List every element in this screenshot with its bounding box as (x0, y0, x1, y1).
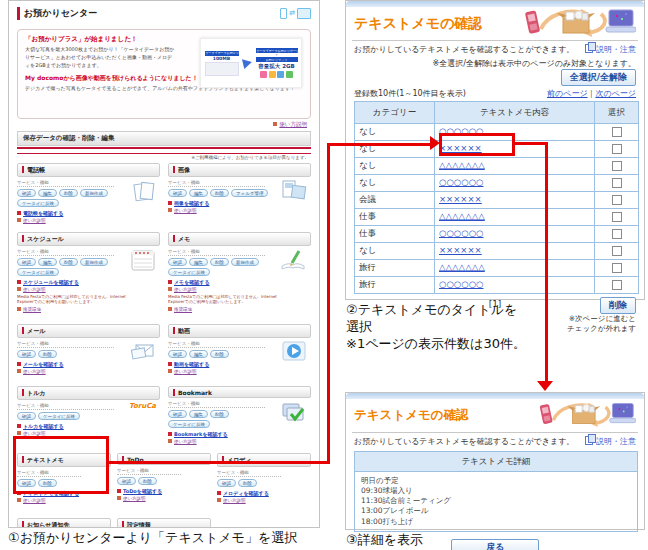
service-confirm-link[interactable]: ToDoを確認する (117, 488, 211, 494)
action-pill[interactable]: ケータイに反映 (38, 412, 80, 420)
service-title: 画像 (168, 163, 311, 177)
action-pill[interactable]: 確認 (168, 410, 187, 418)
help-notes-link[interactable]: 説明・注意 (585, 436, 636, 447)
usage-guide-link[interactable]: 使い方説明 (217, 498, 311, 503)
memo-title-link[interactable]: ○○○○○○ (439, 279, 484, 289)
row-checkbox[interactable] (612, 246, 622, 256)
action-pill[interactable]: 確認 (117, 477, 136, 485)
action-pill[interactable]: 確認 (168, 189, 187, 197)
service-confirm-link[interactable]: メモを確認する (168, 279, 311, 285)
action-pill[interactable]: 確認 (17, 412, 36, 420)
action-pill[interactable]: ケータイに反映 (168, 268, 210, 276)
service-confirm-link[interactable]: Bookmarkを確認する (168, 431, 311, 437)
action-pill[interactable]: 削除 (59, 189, 78, 197)
ie-note: Media Festaでのご利用には対応しておりません。Internet Exp… (168, 294, 280, 306)
action-pill[interactable]: 削除 (59, 258, 78, 266)
service-confirm-link[interactable]: メロディを確認する (217, 490, 311, 496)
memo-title-link[interactable]: △△△△△△△ (439, 211, 485, 221)
action-pill[interactable]: 削除 (210, 258, 229, 266)
memo-title-link[interactable]: ○○○○○○ (439, 177, 484, 187)
backup-illustration (521, 7, 636, 41)
row-checkbox[interactable] (612, 144, 622, 154)
memo-title-link[interactable]: △△△△△△△ (439, 262, 485, 272)
next-page-link[interactable]: 次のページ (595, 89, 636, 98)
usage-guide-link[interactable]: 使い方説明 (17, 369, 160, 374)
mail-icon (130, 340, 156, 364)
action-pill[interactable]: 削除 (38, 350, 57, 358)
service-box-メール: メールサービス・機能確認削除メールを確認する使い方説明 (17, 324, 160, 383)
memo-title-link[interactable]: ×××××× (439, 194, 482, 204)
action-pill[interactable]: 編集 (38, 189, 57, 197)
env-link[interactable]: 推奨環境 (17, 307, 160, 312)
row-checkbox[interactable] (612, 127, 622, 137)
action-pill[interactable]: 削除 (210, 189, 229, 197)
section-divider (17, 147, 311, 154)
action-pill[interactable]: 編集 (189, 258, 208, 266)
env-link[interactable]: 推奨環境 (168, 307, 311, 312)
usage-guide-link[interactable]: 使い方説明 (168, 287, 311, 292)
help-notes-link[interactable]: 説明・注意 (585, 44, 636, 55)
usage-guide-link[interactable]: 使い方説明 (168, 369, 311, 374)
promo-body: 大切な写真を最大3000枚までお預かり！「ケータイデータお預かりサービス」とあわ… (25, 46, 177, 69)
row-checkbox[interactable] (612, 280, 622, 290)
action-pill[interactable]: 新規作成 (80, 258, 108, 266)
action-pill[interactable]: フォルダ管理 (231, 189, 268, 197)
detail-header: テキストメモ詳細 (355, 452, 638, 472)
service-box-設定情報: 設定情報サービス・機能確認ケータイに反映 (117, 518, 211, 528)
action-pill[interactable]: 確認 (17, 350, 36, 358)
action-pill[interactable]: ケータイに反映 (17, 268, 59, 276)
usage-guide-link[interactable]: 使い方説明 (17, 218, 160, 223)
back-button[interactable]: 戻る (451, 539, 539, 550)
action-pill[interactable]: 編集 (38, 258, 57, 266)
action-pill[interactable]: 確認 (168, 350, 187, 358)
arrow-down-icon (537, 381, 553, 391)
service-actions: 確認編集削除 (168, 350, 271, 358)
delete-button[interactable]: 削除 (600, 297, 636, 314)
action-pill[interactable]: 編集 (189, 350, 208, 358)
memo-title-link[interactable]: ○○○○○○ (439, 228, 484, 238)
action-pill[interactable]: 削除 (238, 479, 257, 487)
action-pill[interactable]: 編集 (189, 189, 208, 197)
action-pill[interactable]: 削除 (138, 477, 157, 485)
action-pill[interactable]: 確認 (168, 258, 187, 266)
service-box-お知らせ通知先: お知らせ通知先サービス・機能確認編集 (17, 518, 111, 528)
row-checkbox[interactable] (612, 195, 622, 205)
action-pill[interactable]: ケータイに反映 (17, 199, 59, 207)
row-checkbox[interactable] (612, 263, 622, 273)
phonebook-icon (132, 179, 156, 207)
memo-table-row: 会議×××××× (355, 192, 639, 209)
usage-guide-link[interactable]: 使い方説明 (273, 121, 307, 127)
usage-guide-link[interactable]: 使い方説明 (117, 496, 211, 501)
service-confirm-link[interactable]: スケジュールを確認する (17, 279, 160, 285)
action-pill[interactable]: 編集 (189, 410, 208, 418)
memo-title-link[interactable]: ×××××× (439, 245, 482, 255)
action-pill[interactable]: 確認 (17, 189, 36, 197)
usage-guide-link[interactable]: 使い方説明 (17, 287, 160, 292)
row-checkbox[interactable] (612, 178, 622, 188)
prev-page-link[interactable]: 前のページ (547, 89, 588, 98)
action-pill[interactable]: 削除 (210, 350, 229, 358)
panel-description: お預かりしているテキストメモを確認することができます。 (354, 44, 574, 55)
action-pill[interactable]: 確認 (217, 479, 236, 487)
memo-select-cell (595, 209, 639, 226)
detail-line: 11:30試合前ミーティング (361, 496, 631, 506)
usage-guide-link[interactable]: 使い方説明 (17, 431, 160, 436)
row-checkbox[interactable] (612, 229, 622, 239)
row-checkbox[interactable] (612, 161, 622, 171)
memo-title-link[interactable]: △△△△△△△ (439, 160, 485, 170)
row-checkbox[interactable] (612, 212, 622, 222)
red-bullet-icon (17, 211, 21, 215)
usage-guide-link[interactable]: 使い方説明 (17, 498, 111, 503)
service-confirm-link[interactable]: 電話帳を確認する (17, 210, 160, 216)
memo-table-row: 仕事△△△△△△△ (355, 209, 639, 226)
action-pill[interactable]: 新規作成 (231, 258, 259, 266)
banner-right-header2: お預かりプラス (256, 57, 298, 62)
action-pill[interactable]: 新規作成 (80, 189, 108, 197)
usage-guide-link[interactable]: 使い方説明 (168, 208, 311, 213)
action-pill[interactable]: 削除 (210, 410, 229, 418)
select-all-button[interactable]: 全選択/全解除 (561, 69, 636, 86)
action-pill[interactable]: ケータイに反映 (168, 420, 210, 428)
usage-guide-link[interactable]: 使い方説明 (168, 439, 311, 444)
service-confirm-link[interactable]: トルカを確認する (17, 423, 160, 429)
action-pill[interactable]: 確認 (17, 258, 36, 266)
